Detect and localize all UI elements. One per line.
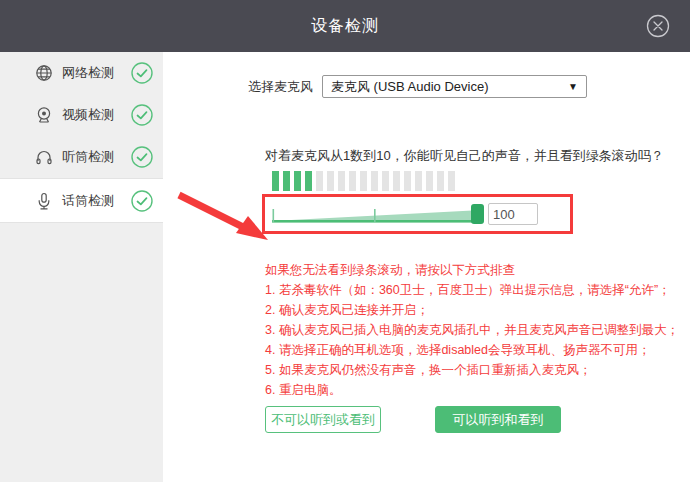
volume-slider[interactable] <box>272 203 482 225</box>
level-bar-active <box>272 171 279 191</box>
sidebar-item-video[interactable]: 视频检测 <box>0 94 163 136</box>
cannot-hear-button[interactable]: 不可以听到或看到 <box>265 406 381 433</box>
microphone-select-row: 选择麦克风 麦克风 (USB Audio Device) ▼ <box>248 75 690 98</box>
sidebar: 网络检测 视频检测 <box>0 52 163 482</box>
level-bar <box>338 171 345 191</box>
level-bar-active <box>294 171 301 191</box>
level-bar <box>415 171 422 191</box>
troubleshoot-line: 6. 重启电脑。 <box>265 380 690 400</box>
check-circle-icon <box>131 62 153 84</box>
level-bar-active <box>305 171 312 191</box>
level-bar <box>316 171 323 191</box>
microphone-select[interactable]: 麦克风 (USB Audio Device) ▼ <box>322 75 587 98</box>
dialog-header: 设备检测 <box>0 0 690 52</box>
close-icon[interactable] <box>646 14 670 38</box>
volume-bars <box>272 171 690 191</box>
level-bar <box>349 171 356 191</box>
level-bar <box>382 171 389 191</box>
level-bar <box>393 171 400 191</box>
main-panel: 选择麦克风 麦克风 (USB Audio Device) ▼ 对着麦克风从1数到… <box>163 52 690 482</box>
select-microphone-label: 选择麦克风 <box>248 78 313 96</box>
troubleshoot-line: 4. 请选择正确的耳机选项，选择disabled会导致耳机、扬声器不可用； <box>265 340 690 360</box>
sidebar-item-microphone[interactable]: 话筒检测 <box>0 178 163 223</box>
level-bar <box>371 171 378 191</box>
sidebar-item-label: 网络检测 <box>62 64 114 82</box>
sidebar-item-speaker[interactable]: 听筒检测 <box>0 136 163 178</box>
check-circle-icon <box>131 146 153 168</box>
device-check-dialog: 设备检测 网络检测 <box>0 0 690 482</box>
sidebar-item-label: 话筒检测 <box>62 192 114 210</box>
headphones-icon <box>34 148 53 167</box>
level-bar <box>360 171 367 191</box>
red-annotation-arrow <box>171 190 275 252</box>
troubleshoot-line: 3. 确认麦克风已插入电脑的麦克风插孔中，并且麦克风声音已调整到最大； <box>265 320 690 340</box>
volume-value-input[interactable] <box>488 203 538 225</box>
level-bar <box>404 171 411 191</box>
dialog-title: 设备检测 <box>311 16 379 37</box>
webcam-icon <box>34 106 53 125</box>
level-bar <box>437 171 444 191</box>
dropdown-arrow-icon: ▼ <box>568 81 578 92</box>
can-hear-button[interactable]: 可以听到和看到 <box>435 406 561 433</box>
check-circle-icon <box>131 190 153 212</box>
volume-slider-handle[interactable] <box>471 204 484 224</box>
sidebar-item-network[interactable]: 网络检测 <box>0 52 163 94</box>
selected-device-value: 麦克风 (USB Audio Device) <box>331 78 562 96</box>
level-bar <box>448 171 455 191</box>
check-circle-icon <box>131 104 153 126</box>
troubleshoot-line: 1. 若杀毒软件（如：360卫士，百度卫士）弹出提示信息，请选择“允许”； <box>265 280 690 300</box>
level-bar <box>426 171 433 191</box>
level-bar-active <box>283 171 290 191</box>
sidebar-item-label: 听筒检测 <box>62 148 114 166</box>
volume-slider-highlight-box <box>262 194 573 234</box>
troubleshoot-line: 2. 确认麦克风已连接并开启； <box>265 300 690 320</box>
troubleshoot-line: 5. 如果麦克风仍然没有声音，换一个插口重新插入麦克风； <box>265 360 690 380</box>
microphone-icon <box>34 191 53 210</box>
sidebar-item-label: 视频检测 <box>62 106 114 124</box>
dialog-body: 网络检测 视频检测 <box>0 52 690 482</box>
action-buttons: 不可以听到或看到 可以听到和看到 <box>265 406 690 433</box>
troubleshoot-list: 如果您无法看到绿条滚动，请按以下方式排查1. 若杀毒软件（如：360卫士，百度卫… <box>265 260 690 400</box>
troubleshoot-line: 如果您无法看到绿条滚动，请按以下方式排查 <box>265 260 690 280</box>
level-bar <box>327 171 334 191</box>
globe-icon <box>34 64 53 83</box>
microphone-question-text: 对着麦克风从1数到10，你能听见自己的声音，并且看到绿条滚动吗？ <box>265 146 665 166</box>
